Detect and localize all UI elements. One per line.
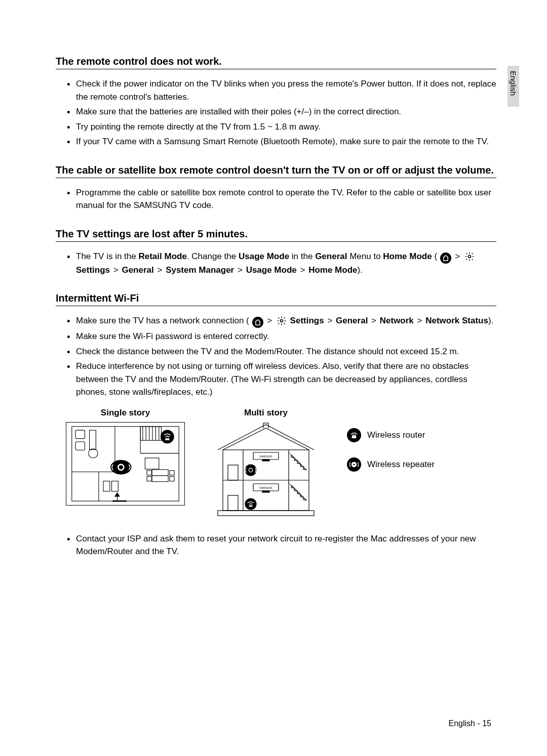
svg-point-23: [119, 465, 123, 469]
separator: >: [369, 316, 378, 325]
separator: >: [111, 265, 121, 275]
svg-rect-25: [112, 481, 119, 491]
text-bold: Retail Mode: [138, 251, 186, 261]
list-item: Make sure the TV has a network connectio…: [67, 314, 496, 328]
text: ).: [488, 316, 493, 325]
svg-rect-26: [145, 458, 159, 469]
nav-path-system-manager: System Manager: [166, 265, 234, 275]
language-tab: English: [507, 66, 519, 107]
gear-icon: [276, 315, 287, 326]
manual-page: English The remote control does not work…: [0, 0, 547, 580]
list-item: Programme the cable or satellite box rem…: [67, 186, 496, 212]
svg-point-78: [250, 469, 252, 471]
legend-label: Wireless repeater: [367, 459, 435, 470]
gear-icon: [464, 251, 475, 262]
separator: >: [453, 251, 462, 261]
repeater-icon: [347, 457, 361, 472]
settings-lost-bullet-list: The TV is in the Retail Mode. Change the…: [56, 250, 496, 277]
svg-rect-20: [165, 438, 170, 440]
remote-bullet-list: Check if the power indicator on the TV b…: [56, 77, 496, 148]
svg-point-0: [468, 255, 471, 258]
svg-rect-69: [228, 495, 238, 511]
svg-rect-8: [140, 426, 161, 440]
text: Make sure the TV has a network connectio…: [76, 316, 249, 325]
separator: >: [155, 265, 165, 275]
svg-rect-39: [218, 511, 314, 516]
cable-bullet-list: Programme the cable or satellite box rem…: [56, 186, 496, 212]
svg-rect-74: [262, 491, 269, 492]
list-item: Try pointing the remote directly at the …: [67, 120, 496, 134]
diagram-row: Single story: [66, 408, 496, 518]
nav-path-network-status: Network Status: [425, 316, 488, 325]
svg-point-17: [89, 448, 98, 457]
list-item: Contact your ISP and ask them to reset y…: [67, 532, 496, 558]
diagram-single-story: Single story: [66, 408, 185, 506]
svg-rect-29: [147, 470, 151, 475]
wifi-bullet-list-2: Contact your ISP and ask them to reset y…: [56, 532, 496, 558]
svg-rect-15: [75, 430, 85, 438]
page-number: English - 15: [449, 719, 492, 728]
house-illustration: SAMSUNG SAMSUNG: [215, 422, 317, 518]
list-item: Check the distance between the TV and th…: [67, 345, 496, 358]
legend-row: Wireless repeater: [347, 457, 435, 472]
list-item: Make sure the Wi-Fi password is entered …: [67, 330, 496, 343]
legend-label: Wireless router: [367, 430, 425, 440]
list-item: Check if the power indicator on the TV b…: [67, 77, 496, 103]
svg-rect-30: [147, 476, 151, 481]
svg-rect-81: [352, 436, 356, 438]
nav-path-home-mode: Home Mode: [308, 265, 357, 275]
separator: >: [298, 265, 307, 275]
nav-path-general: General: [122, 265, 153, 275]
svg-text:SAMSUNG: SAMSUNG: [259, 455, 272, 458]
text: The TV is in the: [76, 251, 138, 261]
floor-plan-illustration: [66, 422, 185, 506]
diagram-title: Single story: [66, 408, 185, 418]
svg-rect-24: [103, 481, 110, 491]
svg-rect-32: [170, 476, 174, 481]
home-icon: [440, 253, 451, 264]
section-title-wifi: Intermittent Wi-Fi: [56, 292, 496, 306]
svg-point-19: [161, 430, 174, 443]
text: . Change the: [187, 251, 239, 261]
home-icon: [252, 317, 263, 328]
text-bold: General: [315, 251, 347, 261]
text: Menu to: [347, 251, 383, 261]
separator: >: [265, 316, 275, 325]
list-item: Reduce interference by not using or turn…: [67, 360, 496, 399]
svg-text:SAMSUNG: SAMSUNG: [259, 486, 272, 489]
router-icon: [347, 428, 361, 442]
text: in the: [289, 251, 315, 261]
text: ).: [357, 265, 362, 275]
nav-path-settings: Settings: [290, 316, 324, 325]
legend-row: Wireless router: [347, 428, 435, 442]
diagram-title: Multi story: [215, 408, 317, 418]
nav-path-settings: Settings: [76, 265, 110, 275]
text-bold: Usage Mode: [239, 251, 289, 261]
svg-point-1: [280, 320, 283, 322]
separator: >: [235, 265, 245, 275]
svg-rect-18: [90, 430, 96, 449]
svg-rect-80: [249, 505, 253, 507]
list-item: Make sure that the batteries are install…: [67, 105, 496, 118]
section-title-settings-lost: The TV settings are lost after 5 minutes…: [56, 228, 496, 242]
diagram-multi-story: Multi story: [215, 408, 317, 518]
text-bold: Home Mode: [383, 251, 432, 261]
list-item: If your TV came with a Samsung Smart Rem…: [67, 135, 496, 148]
svg-rect-68: [228, 465, 238, 480]
section-title-cable: The cable or satellite box remote contro…: [56, 164, 496, 178]
section-title-remote: The remote control does not work.: [56, 56, 496, 69]
svg-rect-16: [75, 442, 85, 450]
svg-rect-71: [262, 459, 269, 461]
text: (: [432, 251, 437, 261]
separator: >: [325, 316, 335, 325]
svg-rect-31: [170, 470, 174, 475]
svg-marker-34: [115, 492, 120, 496]
separator: >: [415, 316, 424, 325]
nav-path-general: General: [336, 316, 368, 325]
list-item: The TV is in the Retail Mode. Change the…: [67, 250, 496, 277]
nav-path-usage-mode: Usage Mode: [246, 265, 297, 275]
nav-path-network: Network: [380, 316, 414, 325]
wifi-bullet-list: Make sure the TV has a network connectio…: [56, 314, 496, 399]
svg-point-83: [353, 463, 356, 466]
diagram-legend: Wireless router Wireless repeater: [347, 428, 435, 472]
